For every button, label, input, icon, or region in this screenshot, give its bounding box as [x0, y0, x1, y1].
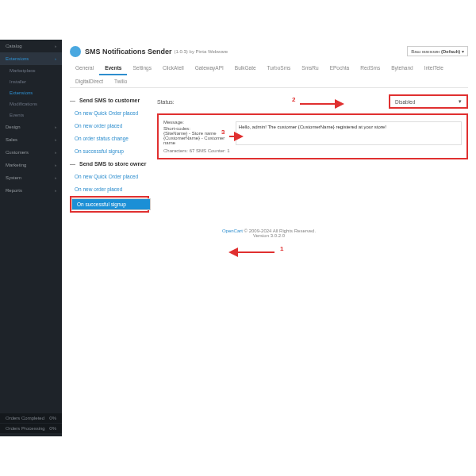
main-panel: SMS Notifications Sender (1.0.3) by Pint…	[62, 40, 476, 436]
nav-sub-marketplace[interactable]: Marketplace	[0, 65, 62, 76]
tab-smsru[interactable]: SmsRu	[296, 62, 324, 75]
tab-bulkgate[interactable]: BulkGate	[229, 62, 262, 75]
section-customer[interactable]: Send SMS to customer	[70, 94, 149, 106]
message-textarea[interactable]	[236, 121, 462, 145]
store-selector[interactable]: Ваш магазин (Default) ▾	[407, 46, 468, 56]
page-title: SMS Notifications Sender	[85, 48, 172, 56]
chevron-down-icon: ▾	[459, 98, 462, 105]
sidebar: Catalog› Extensions› Marketplace Install…	[0, 40, 62, 436]
nav-sub-events[interactable]: Events	[0, 109, 62, 121]
footer-link[interactable]: OpenCart	[222, 228, 243, 233]
message-box: Message: Short-codes: {SiteName} - Store…	[157, 113, 468, 159]
tabs: General Events Settings ClickAtell Gatew…	[70, 62, 468, 88]
tab-epochta[interactable]: EPochta	[324, 62, 355, 75]
events-list: Send SMS to customer On new Quick Order …	[70, 94, 149, 213]
footer: OpenCart © 2009-2024 All Rights Reserved…	[70, 228, 468, 238]
nav-system[interactable]: System›	[0, 171, 62, 184]
char-counter: Characters: 67 SMS Counter: 1	[163, 148, 462, 153]
annotation-1: 1	[280, 245, 283, 252]
nav-catalog[interactable]: Catalog›	[0, 40, 62, 52]
evt-cust-quickorder[interactable]: On new Quick Order placed	[70, 107, 149, 119]
event-config: Status: Disabled▾ Message: Short-codes: …	[157, 94, 468, 213]
status-label: Status:	[157, 99, 205, 105]
status-select[interactable]: Disabled▾	[389, 94, 468, 109]
message-label: Message:	[163, 120, 229, 125]
sidebar-stats: Orders Completed0% Orders Processing0%	[0, 409, 62, 436]
tab-events[interactable]: Events	[99, 62, 127, 75]
evt-cust-signup[interactable]: On successful signup	[70, 145, 149, 157]
tab-digitaldirect[interactable]: DigitalDirect	[70, 75, 109, 87]
shortcodes-info: Short-codes: {SiteName} - Store name {Cu…	[163, 126, 229, 145]
evt-own-neworder[interactable]: On new order placed	[70, 183, 149, 195]
evt-own-quickorder[interactable]: On new Quick Order placed	[70, 171, 149, 182]
footer-version: Version 3.0.2.0	[253, 233, 285, 238]
nav-design[interactable]: Design›	[0, 121, 62, 133]
nav-reports[interactable]: Reports›	[0, 184, 62, 197]
tab-clickatell[interactable]: ClickAtell	[157, 62, 190, 75]
tab-twilio[interactable]: Twilio	[109, 75, 132, 87]
page-version: (1.0.3) by Pinta Webware	[175, 49, 228, 54]
nav-marketing[interactable]: Marketing›	[0, 159, 62, 171]
annotation-3: 3	[221, 129, 225, 136]
evt-own-signup[interactable]: On successful signup	[71, 198, 151, 210]
evt-cust-neworder[interactable]: On new order placed	[70, 120, 149, 132]
nav-sub-modifications[interactable]: Modifications	[0, 98, 62, 109]
nav-sales[interactable]: Sales›	[0, 133, 62, 146]
module-logo-icon	[70, 46, 81, 57]
nav-extensions[interactable]: Extensions›	[0, 52, 62, 65]
nav-customers[interactable]: Customers›	[0, 146, 62, 159]
chevron-down-icon: ▾	[462, 49, 464, 54]
nav-sub-installer[interactable]: Installer	[0, 76, 62, 87]
tab-bytehand[interactable]: Bytehand	[386, 62, 418, 75]
section-owner[interactable]: Send SMS to store owner	[70, 158, 149, 170]
tab-turbosms[interactable]: TurboSms	[262, 62, 297, 75]
nav-sub-extensions[interactable]: Extensions	[0, 87, 62, 98]
tab-inteltele[interactable]: IntelTele	[419, 62, 449, 75]
tab-redsms[interactable]: RedSms	[355, 62, 386, 75]
tab-general[interactable]: General	[70, 62, 99, 75]
evt-cust-status[interactable]: On order status change	[70, 132, 149, 144]
annotation-2: 2	[292, 96, 295, 103]
tab-gatewayapi[interactable]: GatewayAPI	[190, 62, 229, 75]
tab-settings[interactable]: Settings	[127, 62, 157, 75]
